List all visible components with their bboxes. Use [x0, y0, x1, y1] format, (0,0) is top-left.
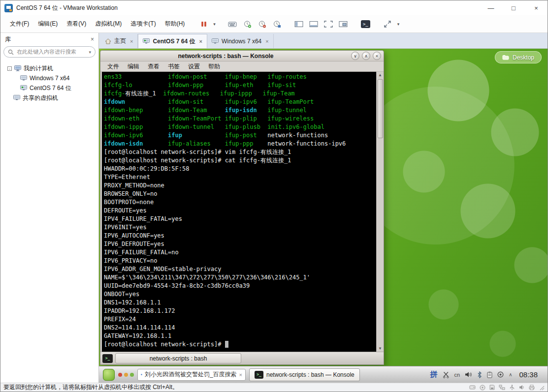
task-label: network-scripts : bash — Konsole — [266, 371, 355, 378]
console-view-button[interactable]: >_ — [359, 18, 372, 30]
tree-item-my-computer[interactable]: - 我的计算机 — [0, 63, 98, 73]
scissors-icon[interactable] — [443, 371, 450, 378]
terminal-line: IPV6_AUTOCONF=yes — [104, 232, 374, 240]
desktop-folder-widget[interactable]: Desktop — [495, 51, 542, 63]
thumbnail-bar-toggle-button[interactable] — [307, 18, 321, 30]
terminal-text[interactable]: ens33 ifdown-post ifup-bnep ifup-routesi… — [102, 72, 376, 352]
search-clear-icon[interactable]: × — [239, 372, 242, 378]
library-header: 库 × — [0, 33, 98, 46]
konsole-maximize-button[interactable]: ∧ — [362, 52, 370, 60]
taskbar-search-field[interactable]: 刘小光因酒驾被交警处罚_百度搜索 × — [137, 369, 246, 381]
resize-grip-icon[interactable] — [539, 385, 545, 391]
printer-icon[interactable] — [529, 385, 535, 390]
volume-icon[interactable] — [465, 371, 472, 378]
konsole-titlebar[interactable]: network-scripts : bash — Konsole ∨ ∧ × — [100, 51, 384, 61]
tab-centos7[interactable]: CentOS 7 64 位 × — [138, 34, 207, 48]
titlebar: CentOS 7 64 位 - VMware Workstation — □ × — [0, 0, 548, 15]
maximize-button[interactable]: □ — [502, 0, 525, 15]
konsole-close-button[interactable]: × — [373, 52, 381, 60]
terminal-line: [root@localhost network-scripts]# cat if… — [104, 156, 374, 165]
library-search-input[interactable]: 在此处键入内容进行搜索 ▾ — [3, 46, 96, 58]
input-method-indicator[interactable]: 拼 — [430, 370, 438, 379]
red-dot-icon[interactable] — [118, 373, 122, 377]
menu-view[interactable]: 查看(V) — [62, 17, 91, 30]
menu-edit[interactable]: 编辑(E) — [33, 17, 62, 30]
menu-vm[interactable]: 虚拟机(M) — [91, 17, 126, 30]
minimize-button[interactable]: — — [480, 0, 502, 15]
library-toggle-button[interactable] — [292, 18, 306, 30]
green-dot-icon[interactable] — [130, 373, 134, 377]
tree-item-centos7[interactable]: CentOS 7 64 位 — [0, 83, 98, 93]
terminal-scrollbar[interactable]: ▲ ▼ — [376, 72, 384, 352]
scroll-up-icon[interactable]: ▲ — [378, 72, 382, 78]
tray-expand-icon[interactable]: ∧ — [509, 372, 512, 377]
close-button[interactable]: × — [525, 0, 548, 15]
taskbar-clock[interactable]: 08:38 — [519, 370, 538, 379]
window-title: CentOS 7 64 位 - VMware Workstation — [16, 4, 118, 12]
konsole-menu-view[interactable]: 查看 — [144, 61, 163, 72]
menu-help[interactable]: 帮助(H) — [161, 17, 190, 30]
tree-item-shared-vms[interactable]: 共享的虚拟机 — [0, 93, 98, 103]
snapshot-manager-button[interactable] — [270, 18, 284, 30]
tab-close-icon[interactable]: × — [199, 38, 202, 44]
floppy-icon[interactable] — [489, 385, 495, 390]
menu-tabs[interactable]: 选项卡(T) — [126, 17, 160, 30]
konsole-menu-bookmarks[interactable]: 书签 — [164, 61, 184, 72]
tab-windows7[interactable]: Windows 7 x64 × — [207, 34, 274, 48]
sound-icon[interactable] — [519, 385, 525, 390]
tree-item-label: 我的计算机 — [24, 64, 53, 73]
terminal-line: IPV6_PRIVACY=no — [104, 257, 374, 265]
keyboard-layout-indicator[interactable]: cn — [454, 372, 460, 378]
menu-file[interactable]: 文件(F) — [5, 17, 33, 30]
collapse-icon[interactable]: - — [7, 66, 12, 71]
library-close-icon[interactable]: × — [91, 36, 94, 43]
snapshot-revert-button[interactable] — [256, 18, 269, 30]
vm-screen[interactable]: Desktop network-scripts : bash — Konsole… — [99, 49, 548, 383]
tab-close-icon[interactable]: × — [130, 38, 133, 44]
terminal-line: DNS2=114.114.114.114 — [104, 324, 374, 332]
tree-item-windows7[interactable]: Windows 7 x64 — [0, 73, 98, 83]
toolbar: ▾ — [197, 18, 401, 30]
terminal-line: UUID=dee7ebd9-4554-32fa-8cb2-c3db76cc0a3… — [104, 282, 374, 290]
konsole-menu-file[interactable]: 文件 — [103, 61, 123, 72]
konsole-task-button[interactable]: >_ network-scripts : bash — Konsole — [249, 368, 360, 381]
fullscreen-toggle-button[interactable] — [322, 18, 335, 30]
hdd-icon[interactable] — [469, 385, 476, 390]
terminal-line: [root@localhost network-scripts]# — [104, 340, 374, 349]
terminal-line: ifdown ifdown-sit ifup-ipv6 ifup-TeamPor… — [104, 98, 374, 106]
web-icon — [141, 371, 142, 378]
clipboard-icon[interactable] — [487, 371, 492, 378]
konsole-menu-settings[interactable]: 设置 — [184, 61, 204, 72]
konsole-menu-edit[interactable]: 编辑 — [124, 61, 143, 72]
unity-toggle-button[interactable] — [337, 18, 350, 30]
konsole-session-tab[interactable]: network-scripts : bash — [115, 353, 241, 363]
vmware-logo-icon — [4, 4, 13, 12]
new-session-icon[interactable]: >_ — [102, 354, 113, 363]
network-icon[interactable] — [497, 371, 504, 378]
ctrl-alt-del-button[interactable] — [226, 18, 239, 30]
konsole-menubar: 文件 编辑 查看 书签 设置 帮助 — [100, 61, 384, 72]
scrollbar-track[interactable] — [377, 78, 384, 345]
expand-caret-icon[interactable]: ▾ — [396, 22, 401, 27]
network-adapter-icon[interactable] — [499, 385, 505, 390]
bluetooth-icon[interactable] — [477, 371, 482, 378]
tab-home[interactable]: 主页 × — [100, 34, 138, 48]
terminal-line: ifcfg-有线连接_1 ifdown-routes ifup-ippp ifu… — [104, 90, 374, 98]
scrollbar-thumb[interactable] — [378, 79, 383, 138]
usb-icon[interactable] — [509, 385, 515, 391]
orange-dot-icon[interactable] — [124, 373, 128, 377]
konsole-menu-help[interactable]: 帮助 — [204, 61, 224, 72]
snapshot-take-button[interactable] — [241, 18, 254, 30]
expand-display-button[interactable] — [381, 18, 394, 30]
konsole-body: ens33 ifdown-post ifup-bnep ifup-routesi… — [100, 72, 384, 352]
power-caret-icon[interactable]: ▾ — [212, 22, 217, 27]
terminal-icon: >_ — [255, 371, 263, 379]
scroll-down-icon[interactable]: ▼ — [378, 345, 382, 352]
cd-icon[interactable] — [480, 385, 485, 391]
terminal-line: ifcfg-lo ifdown-ppp ifup-eth ifup-sit — [104, 81, 374, 90]
tab-close-icon[interactable]: × — [265, 38, 268, 44]
suspend-button[interactable] — [197, 18, 210, 30]
konsole-minimize-button[interactable]: ∨ — [351, 52, 359, 60]
app-launcher-icon[interactable] — [103, 369, 115, 381]
search-caret-icon[interactable]: ▾ — [89, 50, 91, 55]
